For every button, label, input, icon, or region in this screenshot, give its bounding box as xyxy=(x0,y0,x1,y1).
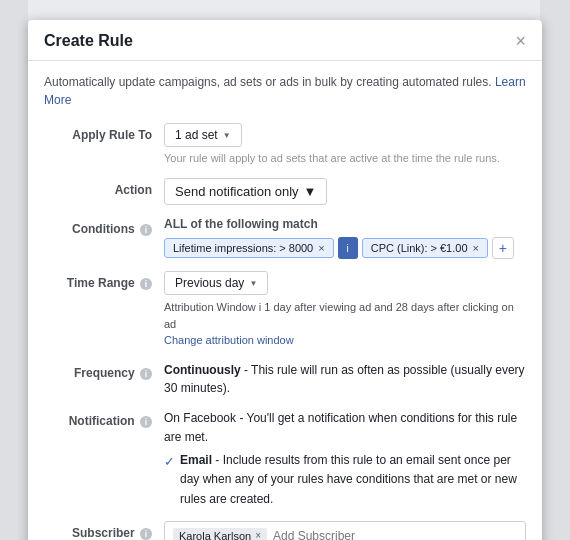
time-range-control-row: Previous day ▼ xyxy=(164,271,526,295)
frequency-info-icon[interactable]: i xyxy=(140,368,152,380)
conditions-row: Conditions i ALL of the following match … xyxy=(44,217,526,259)
time-range-content: Previous day ▼ Attribution Window i 1 da… xyxy=(164,271,526,349)
condition-tag-impressions: Lifetime impressions: > 8000 × xyxy=(164,238,334,258)
subscriber-remove[interactable]: × xyxy=(255,530,261,540)
notification-content: On Facebook - You'll get a notification … xyxy=(164,409,526,509)
bg-bar xyxy=(540,0,570,540)
email-checkbox-icon[interactable]: ✓ xyxy=(164,452,175,473)
create-rule-modal: Create Rule × Automatically update campa… xyxy=(28,20,542,540)
time-range-row: Time Range i Previous day ▼ Attribution … xyxy=(44,271,526,349)
action-row: Action Send notification only ▼ xyxy=(44,178,526,205)
subscriber-tag: Karola Karlson × xyxy=(173,528,267,540)
email-notification-text: Email - Include results from this rule t… xyxy=(180,451,526,509)
frequency-row: Frequency i Continuously - This rule wil… xyxy=(44,361,526,397)
notification-block: On Facebook - You'll get a notification … xyxy=(164,409,526,509)
conditions-content: ALL of the following match Lifetime impr… xyxy=(164,217,526,259)
subscriber-input[interactable] xyxy=(273,529,517,540)
subscriber-label: Subscriber i xyxy=(44,521,164,540)
cpc-op: > xyxy=(431,242,437,254)
time-range-label: Time Range i xyxy=(44,271,164,290)
conditions-label-text: Conditions i xyxy=(44,217,164,236)
action-dropdown[interactable]: Send notification only ▼ xyxy=(164,178,327,205)
impressions-remove[interactable]: × xyxy=(318,242,324,254)
apply-rule-dropdown[interactable]: 1 ad set ▼ xyxy=(164,123,242,147)
apply-rule-content: 1 ad set ▼ Your rule will apply to ad se… xyxy=(164,123,526,166)
impressions-op: > xyxy=(279,242,285,254)
condition-tag-cpc: CPC (Link): > €1.00 × xyxy=(362,238,488,258)
change-attribution-link[interactable]: Change attribution window xyxy=(164,332,526,349)
modal-body: Automatically update campaigns, ad sets … xyxy=(28,61,542,540)
subscriber-row: Subscriber i Karola Karlson × xyxy=(44,521,526,540)
attribution-info-icon[interactable]: i xyxy=(259,301,261,313)
dropdown-caret: ▼ xyxy=(223,131,231,140)
email-notification-line: ✓ Email - Include results from this rule… xyxy=(164,451,526,509)
attribution-label: Attribution Window xyxy=(164,301,259,313)
add-condition-button[interactable]: + xyxy=(492,237,514,259)
description-text: Automatically update campaigns, ad sets … xyxy=(44,73,526,109)
close-button[interactable]: × xyxy=(515,32,526,50)
condition-info-button[interactable]: i xyxy=(338,237,358,259)
action-caret: ▼ xyxy=(304,184,317,199)
subscriber-content: Karola Karlson × xyxy=(164,521,526,540)
notification-row: Notification i On Facebook - You'll get … xyxy=(44,409,526,509)
conditions-info-icon[interactable]: i xyxy=(140,224,152,236)
frequency-label: Frequency i xyxy=(44,361,164,380)
cpc-val: €1.00 xyxy=(440,242,468,254)
frequency-text: Continuously - This rule will run as oft… xyxy=(164,361,526,397)
subscriber-field[interactable]: Karola Karlson × xyxy=(164,521,526,540)
notification-info-icon[interactable]: i xyxy=(140,416,152,428)
attribution-window-text: Attribution Window i 1 day after viewing… xyxy=(164,299,526,349)
conditions-tags-row: Lifetime impressions: > 8000 × i CPC (Li… xyxy=(164,237,526,259)
cpc-label: CPC (Link): xyxy=(371,242,428,254)
time-range-caret: ▼ xyxy=(249,279,257,288)
facebook-notification-line: On Facebook - You'll get a notification … xyxy=(164,409,526,447)
notification-label: Notification i xyxy=(44,409,164,428)
subscriber-info-icon[interactable]: i xyxy=(140,528,152,540)
time-range-dropdown[interactable]: Previous day ▼ xyxy=(164,271,268,295)
apply-rule-help: Your rule will apply to ad sets that are… xyxy=(164,151,526,166)
action-content: Send notification only ▼ xyxy=(164,178,526,205)
cpc-remove[interactable]: × xyxy=(473,242,479,254)
apply-rule-label: Apply Rule To xyxy=(44,123,164,142)
modal-header: Create Rule × xyxy=(28,20,542,61)
impressions-label: Lifetime impressions: xyxy=(173,242,276,254)
action-label: Action xyxy=(44,178,164,197)
conditions-match-text: ALL of the following match xyxy=(164,217,526,231)
impressions-val: 8000 xyxy=(289,242,313,254)
time-range-info-icon[interactable]: i xyxy=(140,278,152,290)
modal-title: Create Rule xyxy=(44,32,133,50)
frequency-content: Continuously - This rule will run as oft… xyxy=(164,361,526,397)
bg-sidebar xyxy=(0,0,28,540)
apply-rule-row: Apply Rule To 1 ad set ▼ Your rule will … xyxy=(44,123,526,166)
overlay: More Create Rule × Automatically update … xyxy=(0,0,570,540)
